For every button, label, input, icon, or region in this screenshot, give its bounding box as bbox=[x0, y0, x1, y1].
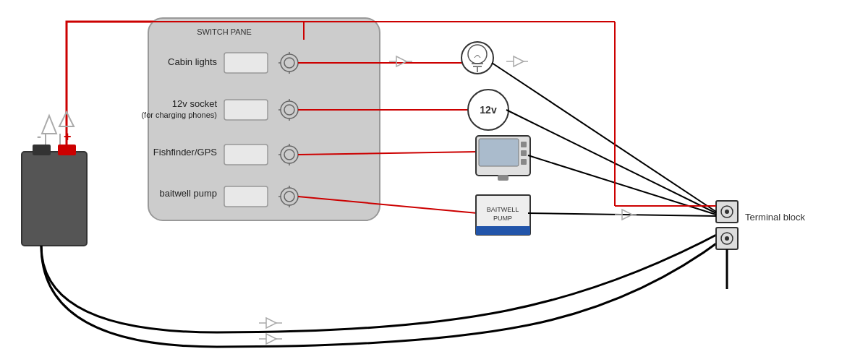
12v-socket-sublabel: (for charging phones) bbox=[141, 111, 217, 119]
baitwell-pump-label: baitwell pump bbox=[160, 188, 218, 199]
fishfinder-btn1 bbox=[521, 142, 527, 147]
12v-socket-label: 12v socket bbox=[172, 98, 218, 109]
terminal-block-label: Terminal block bbox=[745, 212, 806, 223]
battery-positive-terminal bbox=[58, 145, 76, 155]
fishfinder-btn3 bbox=[521, 159, 527, 165]
fishfinder-switch[interactable] bbox=[224, 145, 268, 165]
cabin-lights-label: Cabin lights bbox=[168, 56, 217, 67]
background bbox=[0, 0, 868, 362]
fishfinder-btn2 bbox=[521, 150, 527, 156]
battery-negative-terminal bbox=[33, 145, 51, 155]
fishfinder-label: Fishfinder/GPS bbox=[153, 147, 217, 158]
fishfinder-stand bbox=[498, 175, 509, 181]
switch-pane-label: SWITCH PANE bbox=[197, 27, 252, 36]
battery-body bbox=[22, 152, 87, 246]
baitwell-text-2: PUMP bbox=[493, 215, 512, 222]
fishfinder-display bbox=[479, 139, 519, 166]
terminal-bottom-dot bbox=[725, 236, 729, 241]
wiring-diagram: + - SWITCH PANE Cabin lights 12v socket … bbox=[0, 0, 868, 362]
battery-negative-label: - bbox=[37, 129, 41, 144]
baitwell-pump-switch[interactable] bbox=[224, 186, 268, 207]
cabin-lights-switch[interactable] bbox=[224, 53, 268, 73]
baitwell-blue-bar bbox=[476, 226, 530, 235]
baitwell-text-1: BAITWELL bbox=[487, 206, 519, 213]
12v-label: 12v bbox=[480, 104, 497, 116]
terminal-top-dot bbox=[725, 210, 729, 214]
12v-switch[interactable] bbox=[224, 100, 268, 120]
